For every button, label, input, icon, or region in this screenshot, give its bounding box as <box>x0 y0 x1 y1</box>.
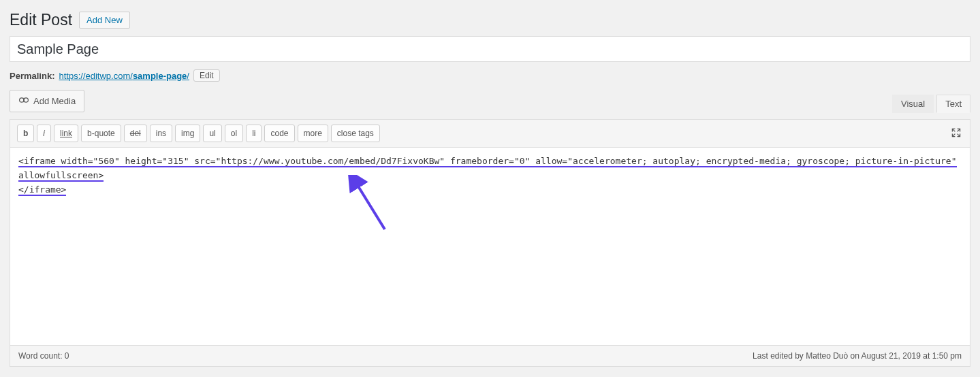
permalink-base: https://editwp.com/ <box>59 71 132 81</box>
tab-text[interactable]: Text <box>936 95 970 113</box>
editor-textarea[interactable]: <iframe width="560" height="315" src="ht… <box>10 148 970 345</box>
editor-container: b i link b-quote del ins img ul ol li co… <box>10 119 970 367</box>
svg-line-3 <box>356 183 385 229</box>
page-header: Edit Post Add New <box>10 5 970 36</box>
editor-footer: Word count: 0 Last edited by Matteo Duò … <box>10 345 970 366</box>
media-icon <box>18 95 29 108</box>
code-line-1: <iframe width="560" height="315" src="ht… <box>18 156 957 182</box>
annotation-arrow-icon <box>344 175 398 236</box>
permalink-link[interactable]: https://editwp.com/sample-page/ <box>59 71 189 81</box>
editor-toolbar: b i link b-quote del ins img ul ol li co… <box>10 120 970 148</box>
qt-li-button[interactable]: li <box>246 125 262 142</box>
permalink-row: Permalink: https://editwp.com/sample-pag… <box>10 66 970 90</box>
permalink-slug: sample-page <box>133 71 187 81</box>
svg-point-0 <box>20 98 24 102</box>
qt-bquote-button[interactable]: b-quote <box>81 125 121 142</box>
permalink-trail: / <box>187 71 189 81</box>
add-new-button[interactable]: Add New <box>79 12 130 29</box>
editor-tabs: Visual Text <box>892 94 970 112</box>
edit-permalink-button[interactable]: Edit <box>193 69 220 82</box>
qt-bold-label: b <box>23 129 28 138</box>
svg-point-1 <box>24 98 28 102</box>
qt-del-button[interactable]: del <box>124 125 147 142</box>
permalink-label: Permalink: <box>10 71 54 81</box>
qt-del-label: del <box>130 129 141 138</box>
qt-ul-button[interactable]: ul <box>203 125 221 142</box>
tab-visual[interactable]: Visual <box>892 95 934 113</box>
word-count: Word count: 0 <box>18 351 69 361</box>
media-tabs-row: Add Media Visual Text <box>10 90 970 112</box>
qt-link-label: link <box>60 129 72 138</box>
quicktags-toolbar: b i link b-quote del ins img ul ol li co… <box>17 125 380 142</box>
post-title-input[interactable] <box>10 36 970 62</box>
qt-link-button[interactable]: link <box>54 125 78 142</box>
last-edited: Last edited by Matteo Duò on August 21, … <box>753 351 962 361</box>
title-input-wrap <box>10 36 970 62</box>
qt-bold-button[interactable]: b <box>17 125 34 142</box>
qt-img-button[interactable]: img <box>175 125 200 142</box>
qt-more-button[interactable]: more <box>298 125 328 142</box>
code-line-2: </iframe> <box>18 184 66 196</box>
page-title: Edit Post <box>10 11 72 29</box>
fullscreen-icon[interactable] <box>949 126 963 142</box>
add-media-button[interactable]: Add Media <box>10 90 84 112</box>
qt-close-button[interactable]: close tags <box>331 125 380 142</box>
qt-code-button[interactable]: code <box>264 125 294 142</box>
qt-italic-label: i <box>43 129 45 138</box>
qt-italic-button[interactable]: i <box>37 125 51 142</box>
qt-ins-button[interactable]: ins <box>150 125 172 142</box>
qt-ol-button[interactable]: ol <box>225 125 243 142</box>
add-media-label: Add Media <box>33 96 76 106</box>
